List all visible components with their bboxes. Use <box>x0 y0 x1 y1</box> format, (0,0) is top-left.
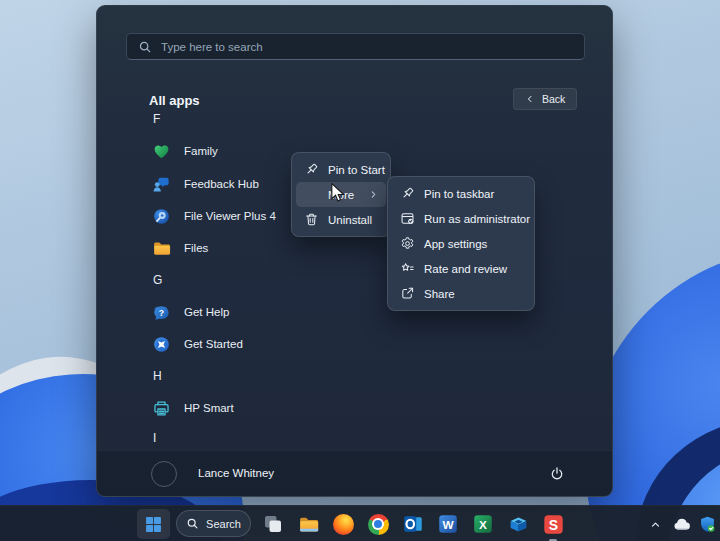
power-button[interactable] <box>539 459 575 489</box>
power-icon <box>549 466 565 482</box>
onedrive-tray-button[interactable] <box>668 508 694 540</box>
snagit-button[interactable]: S <box>537 508 569 540</box>
excel-button[interactable]: X <box>467 508 499 540</box>
menu-item-label: App settings <box>424 238 487 250</box>
menu-item-pin-to-start[interactable]: Pin to Start <box>296 157 386 182</box>
menu-item-label: Rate and review <box>424 263 507 275</box>
menu-item-label: Pin to Start <box>328 164 385 176</box>
empty-icon-slot <box>303 187 319 203</box>
svg-text:?: ? <box>158 307 163 317</box>
app-row-get-started[interactable]: Get Started <box>145 331 445 357</box>
file-explorer-icon <box>298 514 319 535</box>
section-letter-f[interactable]: F <box>153 106 183 132</box>
app-row-hp-smart[interactable]: HP Smart <box>145 395 445 421</box>
package-app-button[interactable] <box>502 508 534 540</box>
yellow-folder-icon <box>151 238 171 258</box>
taskbar: Search <box>0 505 720 541</box>
svg-text:S: S <box>548 516 557 532</box>
star-lines-icon <box>399 261 415 277</box>
desktop-screen: All apps Back F Family <box>0 0 720 541</box>
pin-icon <box>399 186 415 202</box>
disc-magnifier-icon <box>151 206 171 226</box>
chrome-button[interactable] <box>362 508 394 540</box>
onedrive-cloud-icon <box>672 515 691 534</box>
printer-icon <box>151 398 171 418</box>
submenu-item-rate-and-review[interactable]: Rate and review <box>392 256 530 281</box>
start-menu-panel: All apps Back F Family <box>96 5 613 497</box>
app-label: Get Started <box>184 338 243 350</box>
snagit-icon: S <box>543 514 564 535</box>
back-button[interactable]: Back <box>513 88 577 110</box>
app-label: File Viewer Plus 4 <box>184 210 276 222</box>
windows-logo-icon <box>145 516 162 533</box>
outlook-button[interactable] <box>397 508 429 540</box>
more-submenu: Pin to taskbar Run as administrator Ap <box>387 176 535 311</box>
back-button-label: Back <box>542 93 565 105</box>
user-avatar[interactable] <box>151 461 177 487</box>
submenu-item-app-settings[interactable]: App settings <box>392 231 530 256</box>
share-icon <box>399 286 415 302</box>
menu-item-label: Pin to taskbar <box>424 188 494 200</box>
start-button[interactable] <box>137 509 170 539</box>
trash-icon <box>303 212 319 228</box>
chevron-up-icon <box>649 518 662 531</box>
chrome-icon <box>368 514 389 535</box>
app-label: Get Help <box>184 306 229 318</box>
submenu-item-share[interactable]: Share <box>392 281 530 306</box>
app-label: Files <box>184 242 208 254</box>
svg-text:X: X <box>479 518 487 531</box>
firefox-icon <box>333 514 354 535</box>
file-explorer-button[interactable] <box>292 508 324 540</box>
user-name[interactable]: Lance Whitney <box>198 467 274 479</box>
pin-icon <box>303 162 319 178</box>
search-icon <box>138 40 152 54</box>
family-heart-icon <box>151 141 171 161</box>
question-bubble-icon: ? <box>151 302 171 322</box>
section-letter-i[interactable]: I <box>153 425 183 451</box>
menu-item-label: Run as administrator <box>424 213 530 225</box>
search-input[interactable] <box>161 41 573 53</box>
security-shield-icon <box>698 515 717 534</box>
submenu-item-run-as-administrator[interactable]: Run as administrator <box>392 206 530 231</box>
package-box-icon <box>508 514 529 535</box>
pinwheel-circle-icon <box>151 334 171 354</box>
start-search-box[interactable] <box>126 33 585 60</box>
task-view-icon <box>263 514 283 534</box>
word-button[interactable]: W <box>432 508 464 540</box>
word-icon: W <box>438 514 458 534</box>
excel-icon: X <box>473 514 493 534</box>
menu-item-uninstall[interactable]: Uninstall <box>296 207 386 232</box>
menu-item-label: Uninstall <box>328 214 372 226</box>
chevron-right-icon <box>368 189 379 200</box>
firefox-button[interactable] <box>327 508 359 540</box>
svg-text:W: W <box>442 518 454 531</box>
security-tray-button[interactable] <box>694 508 720 540</box>
gear-icon <box>399 236 415 252</box>
section-letter-g[interactable]: G <box>153 267 183 293</box>
search-icon <box>186 517 199 530</box>
chevron-left-icon <box>525 94 535 104</box>
tray-overflow-button[interactable] <box>642 508 668 540</box>
mouse-cursor <box>331 183 345 206</box>
section-letter-h[interactable]: H <box>153 363 183 389</box>
app-label: Feedback Hub <box>184 178 259 190</box>
admin-window-icon <box>399 211 415 227</box>
task-view-button[interactable] <box>257 508 289 540</box>
submenu-item-pin-to-taskbar[interactable]: Pin to taskbar <box>392 181 530 206</box>
feedback-person-bubble-icon <box>151 174 171 194</box>
taskbar-search-label: Search <box>206 518 241 530</box>
menu-item-label: Share <box>424 288 455 300</box>
user-bar: Lance Whitney <box>97 450 612 496</box>
app-label: Family <box>184 145 218 157</box>
taskbar-search[interactable]: Search <box>176 510 251 537</box>
app-label: HP Smart <box>184 402 234 414</box>
outlook-icon <box>403 514 423 534</box>
